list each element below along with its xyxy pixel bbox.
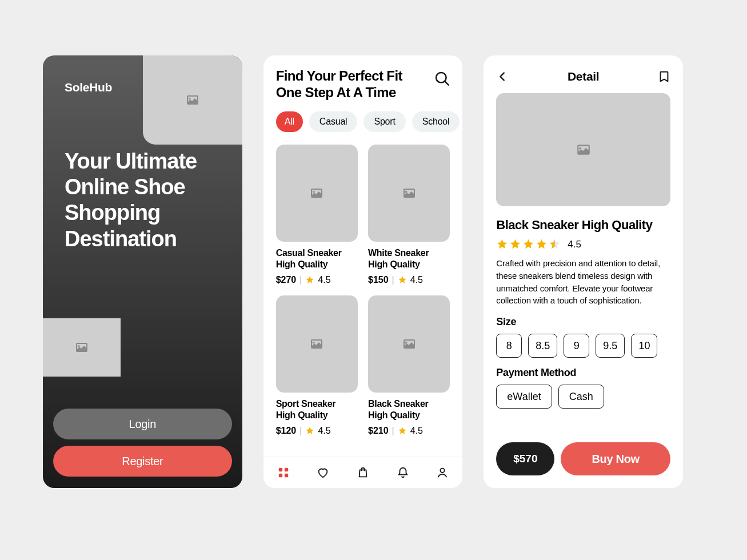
product-thumb (276, 295, 358, 393)
payment-label: Payment Method (496, 367, 670, 379)
product-price: $120 (276, 426, 297, 436)
size-option[interactable]: 10 (631, 334, 657, 358)
product-rating: 4.5 (318, 426, 330, 436)
detail-screen: Detail Black Sneaker High Quality 4.5 Cr… (484, 55, 683, 488)
star-icon (496, 238, 508, 250)
star-icon (398, 275, 407, 285)
image-placeholder-icon (402, 186, 416, 200)
product-name: Black SneakerHigh Quality (368, 398, 450, 421)
chip-sport[interactable]: Sport (363, 111, 405, 132)
tab-cart-icon[interactable] (357, 466, 369, 479)
product-price: $210 (368, 426, 389, 436)
back-icon[interactable] (496, 70, 509, 83)
product-thumb (368, 145, 450, 242)
product-card[interactable]: Sport SneakerHigh Quality $120 | 4.5 (276, 295, 358, 436)
total-price: $570 (496, 442, 554, 475)
size-options: 8 8.5 9 9.5 10 (496, 334, 670, 358)
chip-all[interactable]: All (276, 111, 303, 132)
product-name: White SneakerHigh Quality (368, 247, 450, 270)
headline-text: Your Ultimate Online Shoe Shopping Desti… (65, 149, 242, 252)
star-icon (536, 238, 548, 250)
star-icon (398, 426, 407, 435)
search-icon[interactable] (434, 70, 450, 86)
product-card[interactable]: Casual SneakerHigh Quality $270 | 4.5 (276, 145, 358, 285)
image-placeholder-icon (75, 341, 89, 354)
payment-option[interactable]: Cash (558, 385, 604, 409)
product-meta: $120 | 4.5 (276, 426, 358, 436)
product-rating: 4.5 (410, 275, 423, 285)
category-chips: All Casual Sport School (276, 111, 450, 132)
payment-option[interactable]: eWallet (496, 385, 552, 409)
chip-school[interactable]: School (412, 111, 460, 132)
detail-title: Detail (568, 70, 599, 83)
product-thumb (368, 295, 450, 393)
size-option[interactable]: 9 (564, 334, 589, 358)
hero-image-bottom (43, 318, 121, 377)
star-icon (522, 238, 534, 250)
product-price: $270 (276, 275, 297, 285)
tab-notifications-icon[interactable] (397, 466, 409, 479)
star-icon (509, 238, 521, 250)
size-option[interactable]: 8 (496, 334, 522, 358)
login-button[interactable]: Login (53, 409, 232, 439)
register-button[interactable]: Register (53, 446, 232, 477)
chip-casual[interactable]: Casual (309, 111, 358, 132)
bookmark-icon[interactable] (658, 70, 670, 83)
image-placeholder-icon (402, 337, 416, 351)
star-icon (305, 426, 314, 435)
image-placeholder-icon (186, 93, 199, 107)
product-card[interactable]: Black SneakerHigh Quality $210 | 4.5 (368, 295, 450, 436)
product-thumb (276, 145, 358, 242)
onboarding-screen: SoleHub Your Ultimate Online Shoe Shoppi… (43, 55, 242, 488)
product-name: Sport SneakerHigh Quality (276, 398, 358, 421)
star-half-icon (549, 238, 561, 250)
detail-description: Crafted with precision and attention to … (496, 257, 670, 307)
tab-profile-icon[interactable] (436, 466, 449, 479)
product-price: $150 (368, 275, 389, 285)
size-option[interactable]: 9.5 (596, 334, 625, 358)
product-meta: $210 | 4.5 (368, 426, 450, 436)
product-name: Casual SneakerHigh Quality (276, 247, 358, 270)
product-grid: Casual SneakerHigh Quality $270 | 4.5 Wh… (276, 145, 450, 436)
tab-bar (263, 457, 463, 488)
detail-rating-value: 4.5 (568, 239, 581, 250)
catalog-title: Find Your Perfect FitOne Step At A Time (276, 68, 402, 101)
detail-hero-image (496, 93, 670, 206)
payment-options: eWallet Cash (496, 385, 670, 409)
product-rating: 4.5 (410, 426, 423, 436)
buy-now-button[interactable]: Buy Now (561, 442, 670, 475)
product-rating: 4.5 (318, 275, 330, 285)
detail-product-name: Black Sneaker High Quality (496, 218, 670, 233)
image-placeholder-icon (310, 186, 323, 200)
tab-home-icon[interactable] (277, 466, 290, 479)
tab-favorites-icon[interactable] (317, 466, 329, 479)
catalog-screen: Find Your Perfect FitOne Step At A Time … (263, 55, 463, 488)
star-icon (305, 275, 314, 285)
hero-image-top (143, 55, 242, 145)
product-meta: $150 | 4.5 (368, 275, 450, 285)
size-label: Size (496, 316, 670, 328)
detail-rating: 4.5 (496, 238, 670, 250)
product-meta: $270 | 4.5 (276, 275, 358, 285)
brand-logo: SoleHub (65, 81, 112, 94)
size-option[interactable]: 8.5 (528, 334, 557, 358)
image-placeholder-icon (310, 337, 323, 351)
image-placeholder-icon (576, 142, 591, 157)
product-card[interactable]: White SneakerHigh Quality $150 | 4.5 (368, 145, 450, 285)
